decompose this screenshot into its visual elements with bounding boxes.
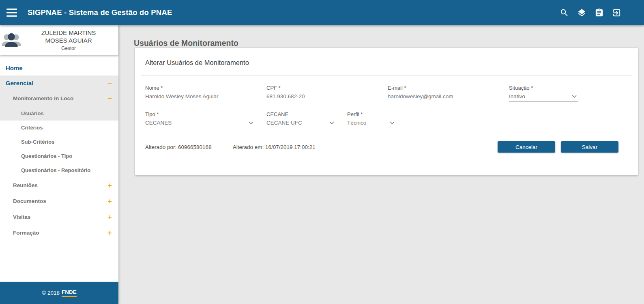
perfil-value: Técnico: [347, 120, 366, 126]
altered-by-text: Alterado por: 60966580168: [145, 144, 212, 150]
perfil-label: Perfil *: [347, 111, 396, 117]
sidebar-item-questionarios-tipo[interactable]: Questionários - Tipo: [0, 149, 118, 163]
layers-icon[interactable]: [577, 8, 586, 17]
sidebar-item-gerencial[interactable]: Gerencial −: [0, 75, 118, 91]
sidebar-item-label: Documentos: [13, 198, 46, 204]
nome-label: Nome *: [145, 85, 255, 91]
sidebar-item-visitas[interactable]: Visitas +: [0, 209, 118, 225]
sidebar-item-usuarios[interactable]: Usuários: [0, 106, 118, 121]
sidebar-item-documentos[interactable]: Documentos +: [0, 193, 118, 209]
chevron-down-icon: [390, 121, 395, 124]
field-email: E-mail *: [388, 85, 497, 102]
cecane-select[interactable]: CECANE UFC: [266, 120, 335, 128]
sidebar-footer: © 2018 FNDE: [0, 282, 118, 304]
situacao-label: Situação *: [509, 85, 578, 91]
user-panel: ZULEIDE MARTINS MOSES AGUIAR Gestor: [0, 25, 118, 55]
user-form: Nome * CPF * E-mail * Situação * Inativo: [135, 76, 638, 128]
form-card: Alterar Usuários de Monitoramento Nome *…: [135, 48, 638, 175]
sidebar-item-sub-criterios[interactable]: Sub-Critérios: [0, 135, 118, 149]
chevron-down-icon: [329, 121, 334, 124]
sidebar-item-monitoramento-in-loco[interactable]: Monitoramento In Loco −: [0, 91, 118, 106]
menu-icon[interactable]: [6, 9, 17, 17]
sidebar-item-label: Visitas: [13, 214, 30, 220]
tipo-select[interactable]: CECANES: [145, 120, 255, 128]
cpf-label: CPF *: [266, 85, 376, 91]
field-tipo: Tipo * CECANES: [145, 111, 255, 128]
card-title: Alterar Usuários de Monitoramento: [135, 48, 638, 67]
sidebar-item-questionarios-repositorio[interactable]: Questionários - Repositório: [0, 163, 118, 177]
app-bar-actions: [559, 8, 621, 17]
situacao-select[interactable]: Inativo: [509, 93, 578, 102]
form-row-1: Nome * CPF * E-mail * Situação * Inativo: [145, 85, 638, 102]
field-nome: Nome *: [145, 85, 255, 102]
tipo-label: Tipo *: [145, 111, 255, 117]
altered-at-text: Alterado em: 16/07/2019 17:00:21: [233, 144, 316, 150]
sidebar-item-label: Formação: [13, 230, 39, 236]
save-button[interactable]: Salvar: [561, 141, 618, 153]
sidebar-item-label: Usuários: [21, 110, 44, 116]
page-title: Usuários de Monitoramento: [134, 39, 238, 48]
app-bar: SIGPNAE - Sistema de Gestão do PNAE: [0, 0, 644, 25]
sidebar-item-reunioes[interactable]: Reuniões +: [0, 177, 118, 193]
cecane-label: CECANE: [266, 111, 335, 117]
cancel-button[interactable]: Cancelar: [498, 141, 555, 153]
tipo-value: CECANES: [145, 120, 172, 126]
expand-icon[interactable]: +: [107, 229, 112, 237]
action-buttons: Cancelar Salvar: [498, 141, 618, 153]
expand-icon[interactable]: +: [107, 213, 112, 221]
copyright-text: © 2018: [42, 290, 60, 296]
sidebar-item-label: Sub-Critérios: [21, 139, 54, 145]
sidebar-item-label: Questionários - Tipo: [21, 153, 72, 159]
sidebar-item-formacao[interactable]: Formação +: [0, 225, 118, 241]
app-title: SIGPNAE - Sistema de Gestão do PNAE: [28, 8, 172, 17]
sidebar-item-label: Monitoramento In Loco: [13, 95, 73, 101]
chevron-down-icon: [572, 95, 577, 98]
sidebar-item-criterios[interactable]: Critérios: [0, 121, 118, 135]
email-label: E-mail *: [388, 85, 497, 91]
field-situacao: Situação * Inativo: [509, 85, 578, 102]
group-avatar-icon: [0, 32, 23, 49]
sidebar: ZULEIDE MARTINS MOSES AGUIAR Gestor Home…: [0, 25, 118, 304]
user-info: ZULEIDE MARTINS MOSES AGUIAR Gestor: [23, 29, 118, 52]
fnde-link[interactable]: FNDE: [62, 289, 77, 297]
email-input[interactable]: [388, 93, 497, 102]
expand-icon[interactable]: +: [107, 198, 112, 205]
main-content: Usuários de Monitoramento Alterar Usuári…: [118, 25, 644, 304]
sidebar-item-label: Critérios: [21, 125, 43, 131]
nome-input[interactable]: [145, 93, 255, 102]
sidebar-item-label: Questionários - Repositório: [21, 167, 90, 173]
situacao-value: Inativo: [509, 93, 525, 99]
field-cpf: CPF *: [266, 85, 376, 102]
user-name: ZULEIDE MARTINS MOSES AGUIAR: [23, 29, 114, 45]
chevron-down-icon: [249, 121, 253, 124]
user-role: Gestor: [23, 45, 114, 51]
field-perfil: Perfil * Técnico: [347, 111, 396, 128]
cpf-input[interactable]: [266, 93, 376, 102]
sidebar-menu: Home Gerencial − Monitoramento In Loco −…: [0, 55, 118, 282]
collapse-icon[interactable]: −: [107, 95, 112, 102]
collapse-icon[interactable]: −: [107, 80, 112, 87]
assignment-icon[interactable]: [594, 8, 604, 17]
sidebar-item-label: Gerencial: [6, 80, 33, 86]
form-row-2: Tipo * CECANES CECANE CECANE UFC: [145, 111, 638, 128]
expand-icon[interactable]: +: [107, 182, 112, 189]
logout-icon[interactable]: [612, 8, 621, 17]
search-icon[interactable]: [559, 8, 569, 17]
card-footer-row: Alterado por: 60966580168 Alterado em: 1…: [135, 141, 638, 153]
sidebar-item-label: Home: [6, 65, 23, 71]
sidebar-item-label: Reuniões: [13, 182, 38, 188]
sidebar-item-home[interactable]: Home: [0, 60, 118, 75]
perfil-select[interactable]: Técnico: [347, 120, 396, 128]
cecane-value: CECANE UFC: [266, 120, 302, 126]
field-cecane: CECANE CECANE UFC: [266, 111, 335, 128]
